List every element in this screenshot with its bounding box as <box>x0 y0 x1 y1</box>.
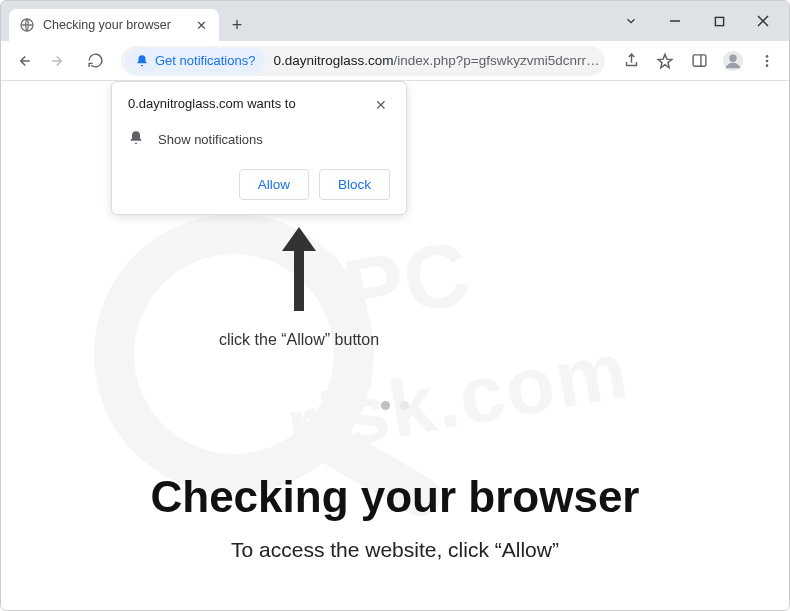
toolbar-right <box>615 45 783 77</box>
notification-permission-popup: 0.daynitroglass.com wants to ✕ Show noti… <box>111 81 407 215</box>
back-button[interactable] <box>7 45 39 77</box>
globe-icon <box>19 17 35 33</box>
tab-close-icon[interactable]: ✕ <box>193 17 209 33</box>
menu-icon[interactable] <box>751 45 783 77</box>
bell-icon <box>128 130 144 149</box>
tab-strip: Checking your browser ✕ + <box>1 1 609 41</box>
browser-toolbar: Get notifications? 0.daynitroglass.com/i… <box>1 41 789 81</box>
popup-close-icon[interactable]: ✕ <box>372 96 390 114</box>
svg-rect-5 <box>693 55 706 66</box>
dot <box>400 401 409 410</box>
arrow-hint: click the “Allow” button <box>219 219 379 349</box>
new-tab-button[interactable]: + <box>223 11 251 39</box>
caret-down-icon[interactable] <box>609 1 653 41</box>
page-subline: To access the website, click “Allow” <box>1 538 789 562</box>
svg-point-11 <box>766 64 769 67</box>
dot <box>381 401 390 410</box>
maximize-button[interactable] <box>697 1 741 41</box>
profile-avatar[interactable] <box>717 45 749 77</box>
notif-chip-label: Get notifications? <box>155 53 255 68</box>
popup-origin-text: 0.daynitroglass.com wants to <box>128 96 296 111</box>
share-icon[interactable] <box>615 45 647 77</box>
page-headline: Checking your browser <box>1 472 789 522</box>
page-content: PC risk.com 0.daynitroglass.com wants to… <box>1 81 789 610</box>
svg-point-9 <box>766 55 769 58</box>
close-window-button[interactable] <box>741 1 785 41</box>
tab-title: Checking your browser <box>43 18 185 32</box>
get-notifications-chip[interactable]: Get notifications? <box>125 48 265 74</box>
loading-dots <box>381 401 409 410</box>
block-button[interactable]: Block <box>319 169 390 200</box>
url-domain: 0.daynitroglass.com <box>273 53 393 68</box>
allow-button[interactable]: Allow <box>239 169 309 200</box>
svg-point-10 <box>766 59 769 62</box>
window-titlebar: Checking your browser ✕ + <box>1 1 789 41</box>
svg-point-8 <box>729 54 736 61</box>
arrow-up-icon <box>274 219 324 319</box>
side-panel-icon[interactable] <box>683 45 715 77</box>
svg-rect-2 <box>715 17 723 25</box>
address-bar[interactable]: Get notifications? 0.daynitroglass.com/i… <box>121 46 605 76</box>
forward-button[interactable] <box>43 45 75 77</box>
minimize-button[interactable] <box>653 1 697 41</box>
bookmark-icon[interactable] <box>649 45 681 77</box>
url-text: 0.daynitroglass.com/index.php?p=gfswkyzv… <box>265 53 601 68</box>
browser-tab[interactable]: Checking your browser ✕ <box>9 9 219 41</box>
bell-icon <box>135 54 149 68</box>
url-path: /index.php?p=gfswkyzvmi5dcnrrgu4a&sub… <box>394 53 601 68</box>
popup-permission-label: Show notifications <box>158 132 263 147</box>
reload-button[interactable] <box>79 45 111 77</box>
window-controls <box>609 1 789 41</box>
arrow-hint-text: click the “Allow” button <box>219 331 379 349</box>
